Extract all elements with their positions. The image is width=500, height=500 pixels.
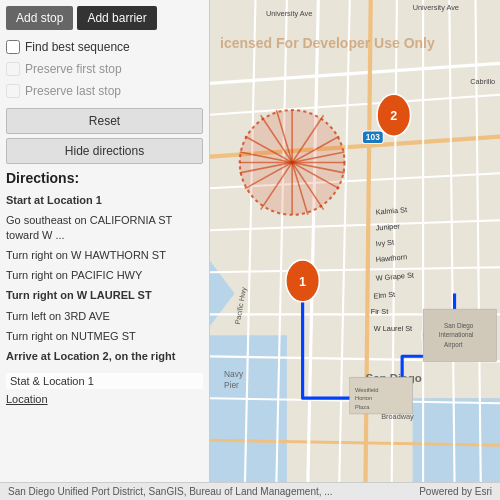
stat-location-label: Stat & Location 1 <box>6 373 203 389</box>
svg-text:Elm St: Elm St <box>373 290 395 301</box>
preserve-first-row: Preserve first stop <box>6 60 203 78</box>
direction-item: Turn right on PACIFIC HWY <box>6 265 203 285</box>
svg-text:Fir St: Fir St <box>371 307 389 316</box>
hide-directions-button[interactable]: Hide directions <box>6 138 203 164</box>
find-best-checkbox[interactable] <box>6 40 20 54</box>
svg-text:1: 1 <box>299 275 306 289</box>
bottom-bar: San Diego Unified Port District, SanGIS,… <box>0 482 500 500</box>
svg-text:Horton: Horton <box>355 395 372 401</box>
location-link[interactable]: Location <box>6 393 203 405</box>
direction-item: Turn left on 3RD AVE <box>6 306 203 326</box>
svg-text:Navy: Navy <box>224 369 244 379</box>
svg-text:San Diego: San Diego <box>444 322 474 330</box>
main-container: Add stop Add barrier Find best sequence … <box>0 0 500 482</box>
preserve-first-label: Preserve first stop <box>25 62 122 76</box>
svg-text:103: 103 <box>366 132 380 142</box>
svg-text:Cabrillo: Cabrillo <box>470 77 495 86</box>
svg-text:University Ave: University Ave <box>266 9 312 18</box>
preserve-last-label: Preserve last stop <box>25 84 121 98</box>
direction-item: Turn right on W LAUREL ST <box>6 285 203 305</box>
top-buttons: Add stop Add barrier <box>6 6 203 30</box>
svg-text:Airport: Airport <box>444 341 463 349</box>
svg-rect-3 <box>413 398 500 482</box>
directions-header: Directions: <box>6 170 203 186</box>
reset-button[interactable]: Reset <box>6 108 203 134</box>
add-stop-button[interactable]: Add stop <box>6 6 73 30</box>
direction-item: Turn right on NUTMEG ST <box>6 326 203 346</box>
svg-text:Plaza: Plaza <box>355 404 370 410</box>
find-best-label: Find best sequence <box>25 40 130 54</box>
svg-text:International: International <box>439 331 474 338</box>
direction-item: Start at Location 1 <box>6 190 203 210</box>
map-svg: 103 1 2 3 Kalmia <box>210 0 500 482</box>
svg-text:Westfield: Westfield <box>355 387 379 393</box>
svg-text:W Laurel St: W Laurel St <box>374 324 412 333</box>
svg-text:Pier: Pier <box>224 380 239 390</box>
attribution-right: Powered by Esri <box>419 486 492 497</box>
preserve-first-checkbox[interactable] <box>6 62 20 76</box>
preserve-last-row: Preserve last stop <box>6 82 203 100</box>
attribution-left: San Diego Unified Port District, SanGIS,… <box>8 486 333 497</box>
svg-text:Ivy St: Ivy St <box>375 238 394 249</box>
direction-item: Arrive at Location 2, on the right <box>6 346 203 366</box>
preserve-last-checkbox[interactable] <box>6 84 20 98</box>
direction-item: Turn right on W HAWTHORN ST <box>6 245 203 265</box>
svg-text:University Ave: University Ave <box>413 3 459 12</box>
svg-text:2: 2 <box>390 109 397 123</box>
find-best-sequence-row: Find best sequence <box>6 38 203 56</box>
add-barrier-button[interactable]: Add barrier <box>77 6 156 30</box>
left-panel: Add stop Add barrier Find best sequence … <box>0 0 210 482</box>
direction-item: Go southeast on CALIFORNIA ST toward W .… <box>6 210 203 245</box>
map-container[interactable]: 103 1 2 3 Kalmia <box>210 0 500 482</box>
directions-list: Start at Location 1Go southeast on CALIF… <box>6 190 203 367</box>
